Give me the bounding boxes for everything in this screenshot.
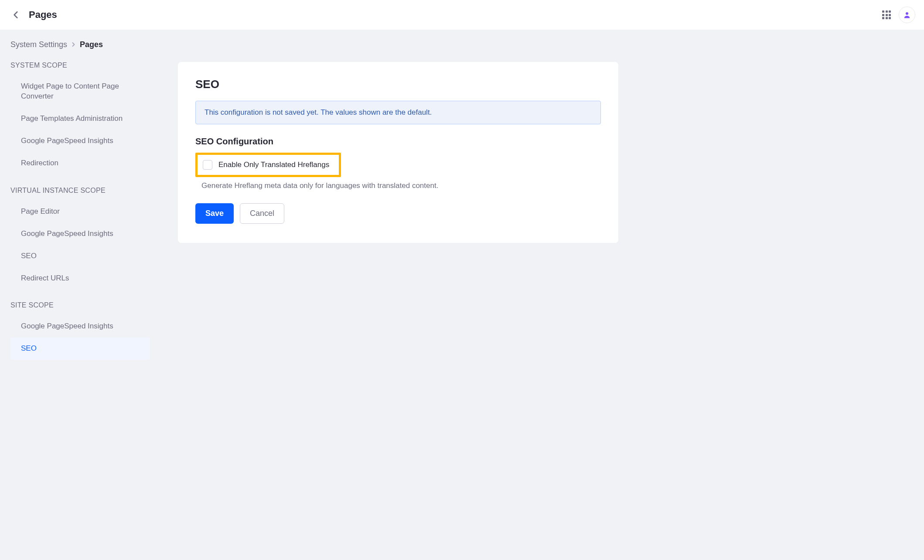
topbar-left: Pages: [10, 9, 57, 20]
breadcrumb-current: Pages: [80, 40, 103, 49]
scope-group-site: SITE SCOPE Google PageSpeed Insights SEO: [10, 301, 150, 360]
scope-heading: SITE SCOPE: [10, 301, 150, 309]
scope-heading: VIRTUAL INSTANCE SCOPE: [10, 187, 150, 195]
page-body: System Settings Pages SYSTEM SCOPE Widge…: [0, 30, 924, 560]
panel-title: SEO: [195, 78, 601, 91]
back-button[interactable]: [10, 10, 21, 20]
svg-point-0: [906, 12, 908, 15]
sidebar-item-redirect-urls[interactable]: Redirect URLs: [10, 267, 150, 290]
sidebar: System Settings Pages SYSTEM SCOPE Widge…: [10, 40, 150, 372]
highlighted-checkbox-row: Enable Only Translated Hreflangs: [195, 153, 341, 177]
scope-group-system: SYSTEM SCOPE Widget Page to Content Page…: [10, 61, 150, 174]
checkbox-label: Enable Only Translated Hreflangs: [218, 160, 329, 169]
scope-heading: SYSTEM SCOPE: [10, 61, 150, 69]
sidebar-item-pagespeed-system[interactable]: Google PageSpeed Insights: [10, 130, 150, 152]
sidebar-item-pagespeed-virtual[interactable]: Google PageSpeed Insights: [10, 223, 150, 245]
sidebar-item-seo-site[interactable]: SEO: [10, 338, 150, 360]
cancel-button[interactable]: Cancel: [240, 203, 284, 224]
topbar: Pages: [0, 0, 924, 30]
sidebar-item-seo-virtual[interactable]: SEO: [10, 245, 150, 267]
section-title: SEO Configuration: [195, 137, 601, 147]
user-icon: [903, 11, 911, 19]
sidebar-item-page-editor[interactable]: Page Editor: [10, 201, 150, 223]
info-alert: This configuration is not saved yet. The…: [195, 101, 601, 124]
nav-list: Google PageSpeed Insights SEO: [10, 315, 150, 360]
scope-group-virtual: VIRTUAL INSTANCE SCOPE Page Editor Googl…: [10, 187, 150, 290]
main-panel: SEO This configuration is not saved yet.…: [178, 62, 618, 243]
sidebar-item-widget-converter[interactable]: Widget Page to Content Page Converter: [10, 75, 150, 108]
breadcrumb: System Settings Pages: [10, 40, 150, 49]
chevron-right-icon: [72, 40, 75, 49]
chevron-left-icon: [13, 11, 19, 19]
topbar-right: [882, 7, 915, 23]
save-button[interactable]: Save: [195, 203, 234, 224]
enable-hreflangs-checkbox[interactable]: [203, 160, 212, 170]
sidebar-item-redirection[interactable]: Redirection: [10, 152, 150, 174]
apps-grid-icon[interactable]: [882, 10, 891, 19]
breadcrumb-parent[interactable]: System Settings: [10, 40, 67, 49]
sidebar-item-pagespeed-site[interactable]: Google PageSpeed Insights: [10, 315, 150, 338]
nav-list: Widget Page to Content Page Converter Pa…: [10, 75, 150, 174]
button-row: Save Cancel: [195, 203, 601, 224]
page-title: Pages: [29, 9, 57, 20]
nav-list: Page Editor Google PageSpeed Insights SE…: [10, 201, 150, 290]
sidebar-item-page-templates[interactable]: Page Templates Administration: [10, 108, 150, 130]
help-text: Generate Hreflang meta data only for lan…: [201, 181, 601, 190]
user-avatar[interactable]: [899, 7, 915, 23]
